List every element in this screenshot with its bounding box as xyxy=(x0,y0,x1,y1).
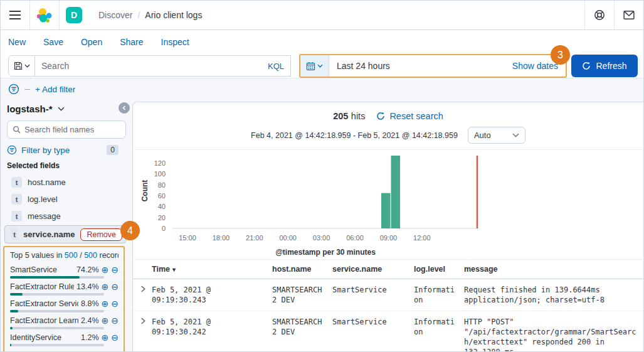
filter-for-value-button[interactable]: ⊕ xyxy=(102,316,109,325)
value-progress-fill xyxy=(10,293,23,296)
filter-out-value-button[interactable]: ⊖ xyxy=(111,282,119,291)
cell-time: Feb 5, 2021 @ 09:19:30.243 xyxy=(152,285,272,305)
menu-hamburger-button[interactable] xyxy=(1,1,29,29)
top-value-row: SmartService 74.2% ⊕ ⊖ xyxy=(10,265,119,279)
expand-row-button[interactable] xyxy=(140,317,152,326)
refresh-button[interactable]: Refresh xyxy=(571,55,638,77)
filter-type-count-badge: 0 xyxy=(107,145,119,155)
chevron-right-icon xyxy=(140,317,146,324)
chevron-down-icon xyxy=(317,64,323,68)
mail-icon xyxy=(623,10,635,20)
time-range-value[interactable]: Last 24 hours xyxy=(337,61,390,71)
cell-time: Feb 5, 2021 @ 09:19:30.242 xyxy=(152,317,272,337)
field-item-service-name[interactable]: t service.name Remove xyxy=(4,225,126,243)
annotation-callout-4: 4 xyxy=(120,221,140,240)
cell-host: SMARTSEARCH2 DEV xyxy=(272,317,332,337)
y-axis-label: Count xyxy=(140,180,149,202)
value-progress-fill xyxy=(10,276,80,279)
save-button[interactable]: Save xyxy=(43,37,63,47)
filter-out-value-button[interactable]: ⊖ xyxy=(111,316,119,325)
space-badge: D xyxy=(66,7,82,23)
column-header-time[interactable]: Time ▾ xyxy=(152,265,272,274)
records-total-link[interactable]: 500 xyxy=(84,251,97,260)
saved-query-menu-button[interactable] xyxy=(8,55,35,77)
remove-field-button[interactable]: Remove xyxy=(80,228,122,241)
cell-message: Request finished in 139.6644ms applicati… xyxy=(464,285,644,305)
x-axis-label: @timestamp per 30 minutes xyxy=(172,248,479,257)
svg-text:60: 60 xyxy=(158,192,166,200)
help-button[interactable] xyxy=(585,1,614,29)
new-button[interactable]: New xyxy=(8,37,26,47)
filter-by-type-button[interactable]: Filter by type xyxy=(21,146,70,155)
filter-for-value-button[interactable]: ⊕ xyxy=(102,333,109,342)
calendar-icon xyxy=(306,61,315,71)
filter-for-value-button[interactable]: ⊕ xyxy=(102,299,109,308)
filter-out-value-button[interactable]: ⊖ xyxy=(111,265,119,274)
pinned-filters-icon[interactable] xyxy=(8,83,19,95)
quick-select-menu-button[interactable] xyxy=(300,55,329,77)
discover-results-panel: 205 hits Reset search Feb 4, 2021 @ 14:4… xyxy=(132,102,643,351)
collapse-sidebar-button[interactable] xyxy=(119,102,130,114)
filter-out-value-button[interactable]: ⊖ xyxy=(111,299,119,308)
svg-text:09:00: 09:00 xyxy=(380,234,398,242)
expand-row-button[interactable] xyxy=(140,285,152,294)
value-progress-track xyxy=(10,293,104,296)
value-progress-track xyxy=(10,327,104,329)
annotation-callout-3: 3 xyxy=(551,45,570,65)
field-search-input[interactable] xyxy=(24,125,120,134)
value-progress-track xyxy=(10,276,104,279)
refresh-icon xyxy=(376,112,385,120)
breadcrumb-app[interactable]: Discover xyxy=(98,10,132,20)
fields-sidebar: logstash-* Filter by type 0 Selected fie… xyxy=(1,100,132,351)
add-filter-button[interactable]: + Add filter xyxy=(35,85,75,94)
sort-desc-icon: ▾ xyxy=(172,266,176,273)
svg-text:120: 120 xyxy=(154,159,166,167)
inspect-button[interactable]: Inspect xyxy=(161,37,189,47)
query-bar: KQL Last 24 hours Show dates Refresh xyxy=(1,54,643,78)
filter-icon xyxy=(7,145,17,155)
cell-service: SmartService xyxy=(332,317,414,327)
selected-fields-heading: Selected fields xyxy=(7,160,126,174)
field-item-message[interactable]: t message xyxy=(7,208,126,225)
elastic-home-button[interactable] xyxy=(30,1,59,29)
elastic-logo-icon xyxy=(36,6,53,24)
top-value-row: FactExtractor Rules 13.4% ⊕ ⊖ xyxy=(10,282,119,296)
histogram-chart[interactable]: Count 02040608010012015:0018:0021:0000:0… xyxy=(133,149,643,260)
field-item-host-name[interactable]: t host.name xyxy=(7,174,126,191)
show-dates-button[interactable]: Show dates xyxy=(512,61,558,71)
reset-search-button[interactable]: Reset search xyxy=(376,111,443,121)
interval-select[interactable]: Auto xyxy=(468,127,525,144)
share-button[interactable]: Share xyxy=(120,37,143,47)
query-language-button[interactable]: KQL xyxy=(268,61,284,71)
column-header-host: host.name xyxy=(272,265,332,274)
filter-for-value-button[interactable]: ⊕ xyxy=(102,265,109,274)
value-progress-fill xyxy=(10,344,11,346)
field-item-log-level[interactable]: t log.level xyxy=(7,191,126,208)
field-name: message xyxy=(28,211,61,221)
chevron-down-icon xyxy=(24,64,30,68)
help-lifering-icon xyxy=(594,9,605,21)
space-switcher-button[interactable]: D xyxy=(60,1,88,29)
filter-bar-divider xyxy=(24,89,30,90)
chevron-left-icon xyxy=(122,105,127,110)
newsfeed-button[interactable] xyxy=(615,1,643,29)
field-name: service.name xyxy=(23,230,75,239)
breadcrumb-separator: / xyxy=(137,10,140,20)
cell-service: SmartService xyxy=(332,285,414,295)
column-header-level: log.level xyxy=(414,265,464,274)
string-type-icon: t xyxy=(11,229,18,240)
save-floppy-icon xyxy=(14,61,23,70)
cell-host: SMARTSEARCH2 DEV xyxy=(272,285,332,305)
chart-time-range: Feb 4, 2021 @ 14:42:18.959 - Feb 5, 2021… xyxy=(251,131,458,140)
svg-text:18:00: 18:00 xyxy=(213,234,230,242)
index-pattern-selector[interactable]: logstash-* xyxy=(7,102,126,120)
records-shown-link[interactable]: 500 xyxy=(65,251,78,260)
top-navigation-bar: D Discover / Ario client logs xyxy=(1,1,643,30)
value-progress-fill xyxy=(10,327,13,329)
value-percent: 8.8% xyxy=(81,299,99,308)
open-button[interactable]: Open xyxy=(81,37,102,47)
search-input[interactable] xyxy=(41,61,268,71)
filter-for-value-button[interactable]: ⊕ xyxy=(102,282,109,291)
filter-out-value-button[interactable]: ⊖ xyxy=(111,333,119,342)
filter-bar: + Add filter xyxy=(1,78,643,100)
